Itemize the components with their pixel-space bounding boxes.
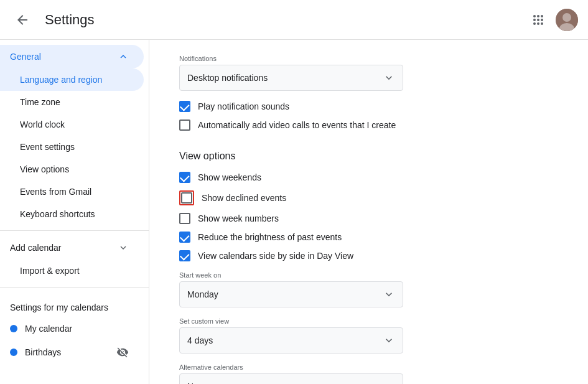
content-area: Notifications Desktop notifications Play… xyxy=(149,40,588,384)
notifications-value: Desktop notifications xyxy=(187,73,268,83)
sidebar-item-label: Event settings xyxy=(20,142,75,152)
start-week-container: Start week on Monday xyxy=(179,271,558,307)
sidebar-item-label: World clock xyxy=(20,119,65,129)
alt-calendars-container: Alternative calendars None xyxy=(179,363,558,384)
week-numbers-checkbox[interactable] xyxy=(179,213,190,224)
topbar: Settings xyxy=(0,0,588,40)
sidebar-item-timezone[interactable]: Time zone xyxy=(0,91,144,113)
alt-calendars-label: Alternative calendars xyxy=(179,363,558,371)
birthdays-label: Birthdays xyxy=(25,347,61,357)
custom-view-value: 4 days xyxy=(187,335,213,345)
sidebar-divider-2 xyxy=(0,287,149,288)
alt-calendars-value: None xyxy=(187,382,208,384)
sidebar-item-mycalendar[interactable]: My calendar xyxy=(0,317,144,340)
declined-checkbox[interactable] xyxy=(181,192,192,204)
custom-view-dropdown[interactable]: 4 days xyxy=(179,327,403,354)
declined-row: Show declined events xyxy=(179,190,558,205)
auto-video-row: Automatically add video calls to events … xyxy=(179,119,558,131)
sidebar-item-label: Events from Gmail xyxy=(20,187,91,197)
sidebar-item-keyboard[interactable]: Keyboard shortcuts xyxy=(0,203,144,225)
notifications-label: Notifications xyxy=(179,55,558,62)
week-numbers-row: Show week numbers xyxy=(179,213,558,224)
sidebar-item-label: Keyboard shortcuts xyxy=(20,209,95,219)
add-calendar-label: Add calendar xyxy=(10,243,62,253)
play-sound-row: Play notification sounds xyxy=(179,101,558,112)
chevron-down-icon xyxy=(118,242,129,253)
topbar-right xyxy=(526,7,578,32)
notifications-dropdown-container: Notifications Desktop notifications xyxy=(179,55,558,91)
alt-calendars-arrow-icon xyxy=(383,380,395,384)
sidebar-item-viewoptions[interactable]: View options xyxy=(0,158,144,180)
auto-video-label: Automatically add video calls to events … xyxy=(198,120,396,130)
calendar-dot-birthdays xyxy=(10,349,17,356)
play-sound-label: Play notification sounds xyxy=(198,101,289,111)
svg-point-1 xyxy=(562,13,571,22)
side-by-side-row: View calendars side by side in Day View xyxy=(179,250,558,261)
sidebar-item-importexport[interactable]: Import & export xyxy=(0,260,144,282)
visibility-off-icon xyxy=(116,346,129,358)
grid-icon xyxy=(533,15,543,25)
sidebar-item-gmail[interactable]: Events from Gmail xyxy=(0,180,144,203)
custom-view-label: Set custom view xyxy=(179,317,558,325)
brightness-checkbox[interactable] xyxy=(179,232,190,243)
side-by-side-label: View calendars side by side in Day View xyxy=(198,251,353,261)
sidebar-item-label: Language and region xyxy=(20,75,102,85)
declined-highlight-box xyxy=(179,190,194,205)
sidebar: General Language and region Time zone Wo… xyxy=(0,40,149,384)
back-button[interactable] xyxy=(10,7,35,32)
alt-calendars-dropdown[interactable]: None xyxy=(179,373,403,384)
chevron-up-icon xyxy=(118,51,129,62)
play-sound-checkbox[interactable] xyxy=(179,101,190,112)
dropdown-arrow-icon xyxy=(383,72,395,84)
page-title: Settings xyxy=(45,12,95,28)
sidebar-item-label: Import & export xyxy=(20,266,80,276)
topbar-left: Settings xyxy=(10,7,95,32)
sidebar-item-birthdays[interactable]: Birthdays xyxy=(0,340,144,365)
sidebar-general-label: General xyxy=(10,52,41,62)
calendar-dot-mycalendar xyxy=(10,325,17,332)
sidebar-general-header[interactable]: General xyxy=(0,45,144,68)
custom-view-arrow-icon xyxy=(383,334,395,347)
sidebar-item-label: Time zone xyxy=(20,97,60,107)
week-numbers-label: Show week numbers xyxy=(198,213,279,223)
brightness-label: Reduce the brightness of past events xyxy=(198,232,342,242)
side-by-side-checkbox[interactable] xyxy=(179,250,190,261)
sidebar-add-calendar[interactable]: Add calendar xyxy=(0,236,144,260)
start-week-label: Start week on xyxy=(179,271,558,279)
start-week-dropdown[interactable]: Monday xyxy=(179,281,403,307)
avatar[interactable] xyxy=(556,9,578,31)
weekends-row: Show weekends xyxy=(179,172,558,183)
main-layout: General Language and region Time zone Wo… xyxy=(0,40,588,384)
weekends-checkbox[interactable] xyxy=(179,172,190,183)
apps-button[interactable] xyxy=(526,7,551,32)
auto-video-checkbox[interactable] xyxy=(179,119,190,131)
weekends-label: Show weekends xyxy=(198,172,261,182)
sidebar-divider xyxy=(0,230,149,231)
brightness-row: Reduce the brightness of past events xyxy=(179,232,558,243)
my-calendars-label: Settings for my calendars xyxy=(0,293,149,317)
start-week-value: Monday xyxy=(187,289,218,299)
sidebar-item-label: View options xyxy=(20,164,69,174)
sidebar-item-eventsettings[interactable]: Event settings xyxy=(0,136,144,158)
notifications-section: Notifications Desktop notifications Play… xyxy=(179,55,558,131)
my-calendar-label: My calendar xyxy=(25,324,72,334)
start-week-arrow-icon xyxy=(383,288,395,301)
custom-view-container: Set custom view 4 days xyxy=(179,317,558,354)
declined-label: Show declined events xyxy=(202,193,286,203)
sidebar-item-worldclock[interactable]: World clock xyxy=(0,113,144,136)
view-options-title: View options xyxy=(179,146,558,162)
notifications-dropdown[interactable]: Desktop notifications xyxy=(179,65,403,91)
sidebar-item-language[interactable]: Language and region xyxy=(0,68,144,91)
